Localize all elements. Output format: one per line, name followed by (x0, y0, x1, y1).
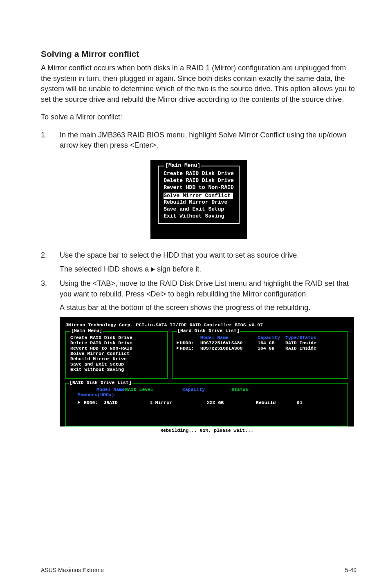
step-3: 3. Using the <TAB>, move to the RAID Dis… (41, 278, 356, 299)
bios-small-item: Revert HDD to Non-RAID (164, 184, 234, 191)
step-number: 1. (41, 130, 60, 151)
footer-page: 5-49 (345, 567, 356, 573)
step-number: 2. (41, 250, 60, 261)
bios-main-item: Exit Without Saving (70, 367, 163, 372)
footer-left: ASUS Maximus Extreme (41, 567, 104, 573)
step-number: 3. (41, 278, 60, 299)
bios-main-item: Delete RAID Disk Drive (70, 340, 163, 346)
bios-small-title: [Main Menu] (164, 162, 201, 168)
raid-slot: RDD0: (84, 400, 98, 405)
bios-full-screenshot: JMicron Technology Corp. PCI-to-SATA II/… (60, 317, 354, 426)
raid-col-cap: Capacity (182, 387, 231, 392)
section-heading: Solving a Mirror conflict (41, 49, 356, 59)
bios-main-menu-panel: [Main Menu] Create RAID Disk Drive Delet… (65, 331, 168, 379)
step-text: Using the <TAB>, move to the RAID Disk D… (60, 278, 356, 299)
bios-hdd-list-panel: [Hard Disk Drive List] Model Name Capaci… (172, 331, 348, 379)
raid-status: Rebuild (256, 400, 297, 405)
step-text: In the main JMB363 RAID BIOS menu, highl… (60, 130, 356, 151)
triangle-icon (151, 267, 155, 272)
hdd-slot: HDD1: (180, 346, 194, 351)
bios-small-item: Save and Exit Setup (164, 206, 234, 213)
hdd-cap: 164 GB (258, 346, 285, 351)
bios-small-item: Create RAID Disk Drive (164, 171, 234, 177)
raid-row: RDD0: JRAID 1-Mirror XXX GB Rebuild 01 (72, 400, 342, 405)
raid-col-model: Model Name (72, 387, 125, 392)
step-3-sub: A status bar at the bottom of the screen… (60, 303, 356, 313)
step-2-sub-b: sign before it. (155, 265, 201, 273)
raid-members-label: Members(HDDx) (72, 392, 342, 397)
step-text: Use the space bar to select the HDD that… (60, 250, 356, 261)
hdd-row: HDD1: HDS722516DLA380 164 GB RAID Inside (177, 346, 343, 351)
hdd-row: HDD0: HDS722516VLSA80 164 GB RAID Inside (177, 340, 343, 346)
raid-members: 01 (297, 400, 303, 405)
bios-raid-list-panel: [RAID Disk Drive List] Model Name RAID L… (65, 383, 348, 426)
bios-main-menu-screenshot: [Main Menu] Create RAID Disk Drive Delet… (150, 160, 247, 239)
step-2: 2. Use the space bar to select the HDD t… (41, 250, 356, 261)
raid-cap: XXX GB (207, 400, 256, 405)
intro-paragraph: A Mirror conflict occurs when both disks… (41, 63, 356, 105)
hdd-col-type: Type/Status (285, 335, 316, 340)
triangle-icon (177, 346, 179, 350)
hdd-cap: 164 GB (258, 340, 285, 346)
bios-small-item: Rebuild Mirror Drive (164, 199, 234, 206)
bios-raid-title: [RAID Disk Drive List] (69, 380, 132, 385)
bios-main-item: Revert HDD to Non-RAID (70, 346, 163, 351)
hdd-slot: HDD0: (180, 340, 194, 346)
step-2-sub-a: The selected HDD shows a (60, 265, 151, 273)
hdd-model: HDS722516DLA380 (200, 346, 258, 351)
step-1: 1. In the main JMB363 RAID BIOS menu, hi… (41, 130, 356, 151)
raid-name: JRAID (103, 400, 118, 405)
bios-main-item: Save and Exit Setup (70, 361, 163, 367)
raid-level: 1-Mirror (150, 400, 207, 405)
bios-main-title: [Main Menu] (70, 328, 103, 333)
lead-line: To solve a Mirror conflict: (41, 112, 356, 123)
raid-col-level: RAID Level (125, 387, 182, 392)
hdd-col-cap: Capacity (258, 335, 285, 340)
bios-small-item: Exit Without Saving (164, 213, 234, 220)
hdd-col-model: Model Name (200, 335, 258, 340)
bios-main-item: Rebuild Mirror Drive (70, 356, 163, 361)
triangle-icon (78, 401, 80, 404)
hdd-type: RAID Inside (285, 346, 316, 351)
raid-col-status: Status (231, 387, 248, 392)
step-2-sub: The selected HDD shows a sign before it. (60, 264, 356, 275)
bios-small-item-selected: Solve Mirror Conflict (164, 193, 233, 200)
bios-small-item: Delete RAID Disk Drive (164, 177, 234, 184)
bios-main-item: Create RAID Disk Drive (70, 335, 163, 340)
bios-header: JMicron Technology Corp. PCI-to-SATA II/… (65, 322, 348, 328)
bios-hdd-title: [Hard Disk Drive List] (177, 328, 240, 333)
bios-status-bar: Rebuilding... 01%, please wait... (60, 426, 354, 434)
triangle-icon (177, 341, 179, 344)
hdd-model: HDS722516VLSA80 (200, 340, 258, 346)
hdd-type: RAID Inside (285, 340, 316, 346)
bios-main-item: Solve Mirror Conflict (70, 351, 163, 356)
